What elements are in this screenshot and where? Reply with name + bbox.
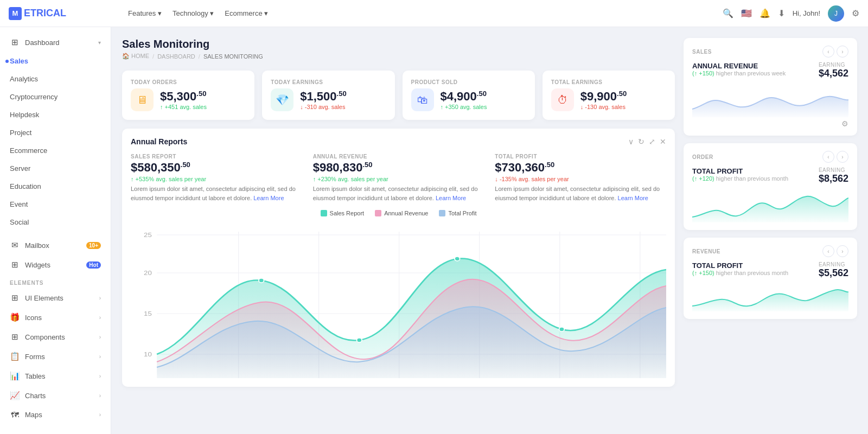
- sidebar-item-education[interactable]: Education: [0, 177, 111, 195]
- settings-icon[interactable]: ⚙: [852, 8, 859, 18]
- nav-ecommerce[interactable]: Ecommerce ▾: [225, 9, 268, 17]
- sidebar-item-social[interactable]: Social: [0, 213, 111, 231]
- sidebar-label-server: Server: [10, 164, 101, 173]
- sidebar-item-event[interactable]: Event: [0, 195, 111, 213]
- metric-amount-profit: $730,360.50: [495, 161, 666, 175]
- sidebar-item-icons[interactable]: 🎁 Icons ›: [0, 308, 111, 327]
- breadcrumb-dashboard[interactable]: DASHBOARD: [157, 53, 195, 60]
- legend-label-revenue: Annual Revenue: [384, 210, 428, 216]
- metric-change-revenue: ↑ +230% avg. sales per year: [313, 176, 484, 182]
- content-left: Sales Monitoring 🏠 HOME / DASHBOARD / SA…: [122, 38, 675, 423]
- product-icon: 🛍: [411, 88, 434, 111]
- metric-annual-revenue: ANNUAL REVENUE $980,830.50 ↑ +230% avg. …: [313, 154, 484, 202]
- sidebar-item-maps[interactable]: 🗺 Maps ›: [0, 405, 111, 424]
- right-earning-row-sales: ANNUAL REVENUE (↑ +150) higher than prev…: [692, 62, 848, 79]
- learn-more-profit[interactable]: Learn More: [618, 195, 648, 201]
- flag-icon[interactable]: 🇺🇸: [741, 8, 752, 18]
- icons-item-icon: 🎁: [10, 312, 20, 322]
- sidebar-label-ui-elements: UI Elements: [25, 294, 94, 302]
- annual-refresh-icon[interactable]: ↻: [638, 137, 644, 146]
- nav-features[interactable]: Features ▾: [128, 9, 162, 17]
- svg-text:25: 25: [144, 232, 152, 239]
- tables-icon: 📊: [10, 371, 20, 381]
- orders-amount: $5,300.50: [160, 90, 207, 104]
- learn-more-sales[interactable]: Learn More: [253, 195, 284, 201]
- chart-svg: 25 20 15 10: [131, 221, 666, 378]
- sidebar-label-analytics: Analytics: [10, 75, 101, 83]
- sidebar-item-mailbox[interactable]: ✉ Mailbox 10+: [0, 235, 111, 255]
- revenue-prev-arrow[interactable]: ‹: [822, 245, 834, 257]
- sidebar-item-components[interactable]: ⊞ Components ›: [0, 327, 111, 347]
- breadcrumb-home[interactable]: 🏠 HOME: [122, 53, 149, 60]
- nav-technology[interactable]: Technology ▾: [173, 9, 214, 17]
- sidebar-item-cryptocurrency[interactable]: Cryptocurrency: [0, 88, 111, 106]
- earning-label-sales: EARNING: [819, 62, 848, 68]
- svg-text:15: 15: [144, 310, 152, 317]
- legend-label-profit: Total Profit: [448, 210, 476, 216]
- legend-label-sales: Sales Report: [330, 210, 365, 216]
- right-card-revenue-header: REVENUE ‹ ›: [692, 245, 848, 257]
- sidebar-item-charts[interactable]: 📈 Charts ›: [0, 386, 111, 405]
- right-nav-revenue: ‹ ›: [822, 245, 848, 257]
- ui-elements-icon: ⊞: [10, 293, 20, 303]
- sidebar-item-widgets[interactable]: ⊞ Widgets Hot: [0, 255, 111, 275]
- sidebar-item-helpdesk[interactable]: Helpdesk: [0, 106, 111, 124]
- nav-right: 🔍 🇺🇸 🔔 ⬇ Hi, John! J ⚙: [723, 5, 859, 22]
- legend-total-profit: Total Profit: [439, 210, 476, 216]
- chart-legend: Sales Report Annual Revenue Total Profit: [131, 210, 666, 216]
- dashboard-arrow: ▾: [98, 40, 101, 46]
- revenue-next-arrow[interactable]: ›: [837, 245, 848, 257]
- sales-settings-icon[interactable]: ⚙: [841, 119, 848, 128]
- legend-sales-report: Sales Report: [321, 210, 365, 216]
- sales-prev-arrow[interactable]: ‹: [822, 46, 834, 58]
- bell-icon[interactable]: 🔔: [760, 8, 770, 18]
- metric-amount-sales: $580,350.50: [131, 161, 302, 175]
- app-name: ETRICAL: [24, 8, 66, 19]
- annual-collapse-icon[interactable]: ∨: [628, 137, 634, 146]
- maps-arrow: ›: [99, 412, 101, 418]
- sidebar-item-tables[interactable]: 📊 Tables ›: [0, 366, 111, 386]
- total-amount: $9,900.50: [580, 90, 627, 104]
- stat-label-total: TOTAL EARNINGS: [551, 79, 666, 85]
- widgets-icon: ⊞: [10, 260, 20, 270]
- right-card-sales-header: SALES ‹ ›: [692, 46, 848, 58]
- right-nav-sales: ‹ ›: [822, 46, 848, 58]
- annual-header: Annual Reports ∨ ↻ ⤢ ✕: [131, 137, 666, 146]
- stat-card-total-earnings: TOTAL EARNINGS ⏱ $9,900.50 ↓ -130 avg. s…: [542, 71, 675, 120]
- sidebar-item-dashboard[interactable]: ⊞ Dashboard ▾: [0, 33, 111, 52]
- sidebar-item-analytics[interactable]: Analytics: [0, 70, 111, 88]
- app-logo[interactable]: M ETRICAL: [9, 7, 117, 20]
- mailbox-badge: 10+: [86, 242, 101, 249]
- order-next-arrow[interactable]: ›: [837, 151, 848, 163]
- sidebar-item-sales[interactable]: Sales: [0, 52, 111, 70]
- sales-next-arrow[interactable]: ›: [837, 46, 848, 58]
- earning-label-order: EARNING: [819, 167, 848, 173]
- annual-expand-icon[interactable]: ⤢: [649, 137, 655, 146]
- ui-elements-arrow: ›: [99, 295, 101, 301]
- page-header: Sales Monitoring 🏠 HOME / DASHBOARD / SA…: [122, 38, 675, 60]
- svg-point-14: [259, 278, 264, 283]
- sidebar-item-ecommerce[interactable]: Ecommerce: [0, 142, 111, 159]
- legend-annual-revenue: Annual Revenue: [375, 210, 428, 216]
- sidebar-label-cryptocurrency: Cryptocurrency: [10, 93, 101, 101]
- sidebar-item-project[interactable]: Project: [0, 124, 111, 142]
- sidebar-item-forms[interactable]: 📋 Forms ›: [0, 347, 111, 366]
- components-icon: ⊞: [10, 332, 20, 342]
- user-greeting: Hi, John!: [793, 9, 820, 17]
- learn-more-revenue[interactable]: Learn More: [436, 195, 466, 201]
- download-icon[interactable]: ⬇: [778, 8, 785, 18]
- annual-close-icon[interactable]: ✕: [660, 137, 666, 146]
- nav-links: Features ▾ Technology ▾ Ecommerce ▾: [128, 9, 268, 17]
- sparkline-revenue: [692, 284, 848, 311]
- right-card-title-revenue: TOTAL PROFIT: [692, 261, 788, 270]
- sidebar-item-server[interactable]: Server: [0, 159, 111, 177]
- orders-icon: 🖥: [131, 88, 154, 111]
- product-change: ↑ +350 avg. sales: [441, 104, 487, 110]
- product-amount: $4,900.50: [441, 90, 487, 104]
- metric-label-revenue: ANNUAL REVENUE: [313, 154, 484, 159]
- user-avatar[interactable]: J: [828, 5, 844, 22]
- earning-label-revenue: EARNING: [819, 261, 848, 267]
- order-prev-arrow[interactable]: ‹: [822, 151, 834, 163]
- search-icon[interactable]: 🔍: [723, 8, 733, 18]
- sidebar-item-ui-elements[interactable]: ⊞ UI Elements ›: [0, 288, 111, 308]
